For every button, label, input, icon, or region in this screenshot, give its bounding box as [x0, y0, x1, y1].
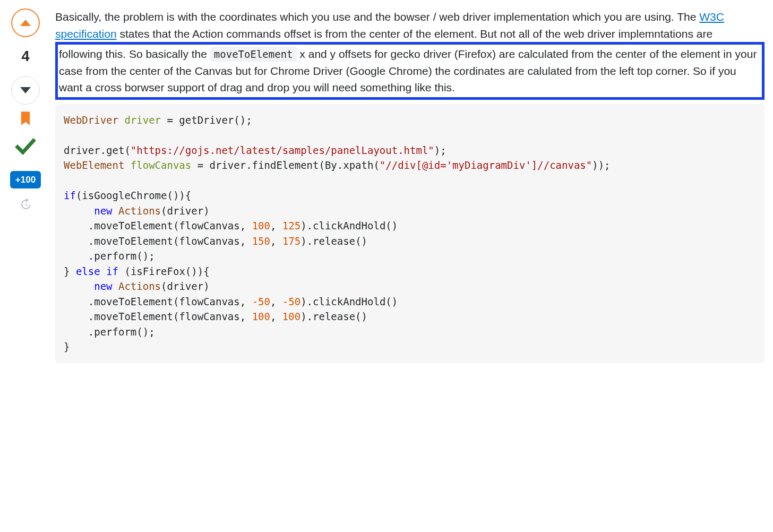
text-segment: Basically, the problem is with the coord… — [55, 11, 699, 23]
answer-container: 4 +100 Basically, the problem is with th… — [8, 8, 765, 363]
answer-paragraph: Basically, the problem is with the coord… — [55, 8, 765, 100]
bookmark-icon[interactable] — [20, 111, 31, 131]
upvote-button[interactable] — [11, 8, 40, 37]
answer-prose: Basically, the problem is with the coord… — [55, 8, 765, 100]
vote-column: 4 +100 — [8, 8, 42, 363]
answer-content: Basically, the problem is with the coord… — [55, 8, 765, 363]
bounty-badge: +100 — [10, 171, 41, 189]
text-segment: following this. So basically the — [59, 48, 210, 60]
accepted-check-icon — [15, 136, 36, 162]
history-icon[interactable] — [19, 198, 32, 216]
highlighted-text-box: following this. So basically the moveToE… — [55, 42, 765, 100]
downvote-icon — [20, 87, 31, 93]
inline-code: moveToElement — [210, 47, 297, 62]
text-segment: states that the Action commands offset i… — [117, 28, 713, 40]
vote-count: 4 — [21, 46, 29, 67]
downvote-button[interactable] — [11, 76, 40, 105]
code-block[interactable]: WebDriver driver = getDriver(); driver.g… — [55, 104, 765, 363]
upvote-icon — [20, 20, 31, 26]
